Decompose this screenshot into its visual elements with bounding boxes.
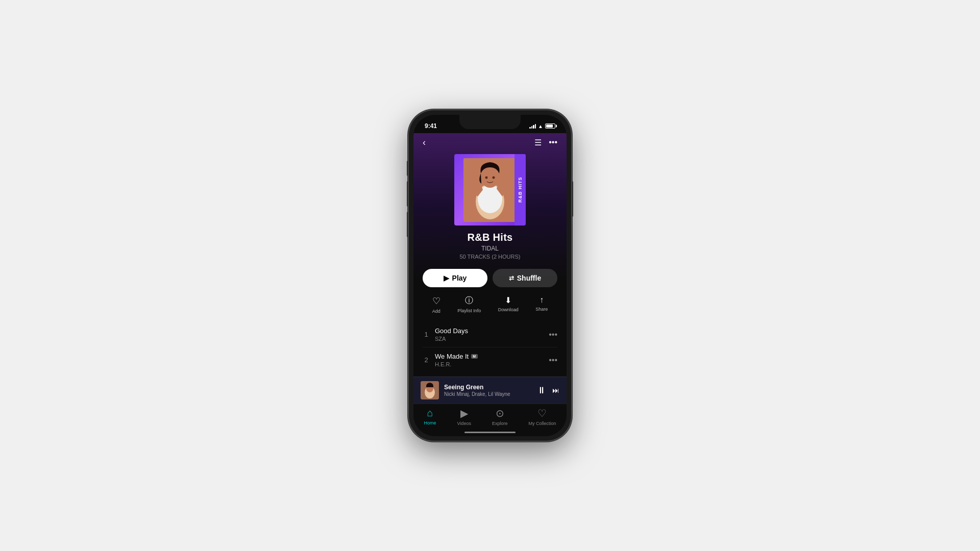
silent-button [407, 161, 408, 176]
status-time: 9:41 [425, 122, 437, 130]
artwork-person [463, 158, 517, 222]
play-button[interactable]: ▶ Play [423, 269, 487, 287]
track-title: We Made It M [435, 353, 544, 360]
explicit-badge: M [471, 354, 477, 359]
nav-item-collection[interactable]: ♡ My Collection [528, 407, 556, 426]
artwork-background: R&B HITS [454, 154, 526, 226]
volume-up-button [407, 181, 408, 207]
track-number: 2 [423, 356, 430, 364]
menu-button[interactable]: ☰ [534, 138, 542, 147]
battery-icon [545, 123, 555, 129]
phone-screen: 9:41 ▲ ‹ ☰ ••• [413, 115, 567, 436]
rnb-hits-label: R&B HITS [514, 154, 526, 226]
svg-point-4 [485, 176, 487, 179]
top-actions: ☰ ••• [534, 138, 557, 147]
phone-frame: 9:41 ▲ ‹ ☰ ••• [408, 110, 572, 441]
now-playing-artwork [421, 381, 439, 399]
shuffle-button[interactable]: ⇄ Shuffle [493, 269, 557, 287]
shuffle-icon: ⇄ [509, 274, 514, 282]
playlist-meta: 50 TRACKS (2 HOURS) [424, 254, 556, 260]
download-icon: ⬇ [505, 295, 511, 305]
add-icon: ♡ [432, 295, 440, 307]
top-nav: ‹ ☰ ••• [413, 133, 567, 152]
now-playing-artwork-image [421, 381, 439, 399]
home-indicator [464, 432, 516, 433]
shuffle-label: Shuffle [517, 274, 541, 282]
track-title: Good Days [435, 327, 544, 335]
now-playing-info: Seeing Green Nicki Minaj, Drake, Lil Way… [444, 384, 532, 397]
svg-point-5 [492, 176, 495, 179]
track-number: 1 [423, 331, 430, 338]
table-row[interactable]: 1 Good Days SZA ••• [413, 322, 567, 347]
explore-label: Explore [492, 421, 508, 426]
home-label: Home [424, 420, 436, 425]
videos-label: Videos [457, 421, 471, 426]
playlist-info-action[interactable]: ⓘ Playlist Info [457, 295, 481, 314]
svg-point-3 [481, 167, 499, 188]
track-list: 1 Good Days SZA ••• 2 We Made It M [413, 320, 567, 374]
back-button[interactable]: ‹ [423, 137, 426, 148]
share-icon: ↑ [540, 295, 544, 305]
main-content: ‹ ☰ ••• [413, 133, 567, 377]
playlist-curator: TIDAL [424, 245, 556, 252]
videos-icon: ▶ [460, 407, 468, 419]
signal-icon [529, 123, 536, 129]
share-label: Share [535, 307, 548, 312]
artwork-container: R&B HITS [413, 152, 567, 232]
now-playing-bar[interactable]: Seeing Green Nicki Minaj, Drake, Lil Way… [413, 377, 567, 404]
download-label: Download [498, 307, 519, 312]
playlist-title: R&B Hits [424, 232, 556, 243]
track-info: We Made It M H.E.R. [435, 353, 544, 367]
nav-item-explore[interactable]: ⊙ Explore [492, 407, 508, 426]
nav-item-home[interactable]: ⌂ Home [424, 407, 436, 426]
add-label: Add [432, 309, 440, 314]
collection-label: My Collection [528, 421, 556, 426]
playlist-info-label: Playlist Info [457, 308, 481, 313]
status-icons: ▲ [529, 123, 555, 129]
download-action[interactable]: ⬇ Download [498, 295, 519, 314]
playlist-info-icon: ⓘ [465, 295, 473, 306]
now-playing-title: Seeing Green [444, 384, 532, 391]
explore-icon: ⊙ [496, 407, 504, 419]
table-row[interactable]: 2 We Made It M H.E.R. ••• [413, 347, 567, 372]
action-icons-row: ♡ Add ⓘ Playlist Info ⬇ Download ↑ Share [413, 293, 567, 320]
playback-buttons: ▶ Play ⇄ Shuffle [413, 265, 567, 293]
collection-icon: ♡ [537, 407, 547, 419]
notch [459, 115, 521, 129]
battery-fill [546, 124, 553, 128]
track-info: Good Days SZA [435, 327, 544, 342]
now-playing-artist: Nicki Minaj, Drake, Lil Wayne [444, 391, 532, 397]
more-button[interactable]: ••• [549, 138, 557, 147]
volume-down-button [407, 212, 408, 237]
playlist-artwork: R&B HITS [454, 154, 526, 226]
power-button [572, 181, 573, 217]
playlist-info-section: R&B Hits TIDAL 50 TRACKS (2 HOURS) [413, 232, 567, 265]
next-button[interactable]: ⏭ [552, 386, 559, 394]
person-svg [463, 158, 517, 222]
np-art-svg [421, 381, 439, 399]
track-artist: SZA [435, 336, 544, 342]
track-more-button[interactable]: ••• [549, 330, 557, 339]
nav-item-videos[interactable]: ▶ Videos [457, 407, 471, 426]
share-action[interactable]: ↑ Share [535, 295, 548, 314]
track-artist: H.E.R. [435, 361, 544, 367]
pause-button[interactable]: ⏸ [537, 385, 546, 396]
now-playing-controls: ⏸ ⏭ [537, 385, 559, 396]
home-icon: ⌂ [427, 407, 433, 419]
wifi-icon: ▲ [538, 123, 543, 129]
track-more-button[interactable]: ••• [549, 356, 557, 365]
play-label: Play [452, 274, 467, 282]
play-icon: ▶ [444, 274, 449, 282]
add-action[interactable]: ♡ Add [432, 295, 440, 314]
